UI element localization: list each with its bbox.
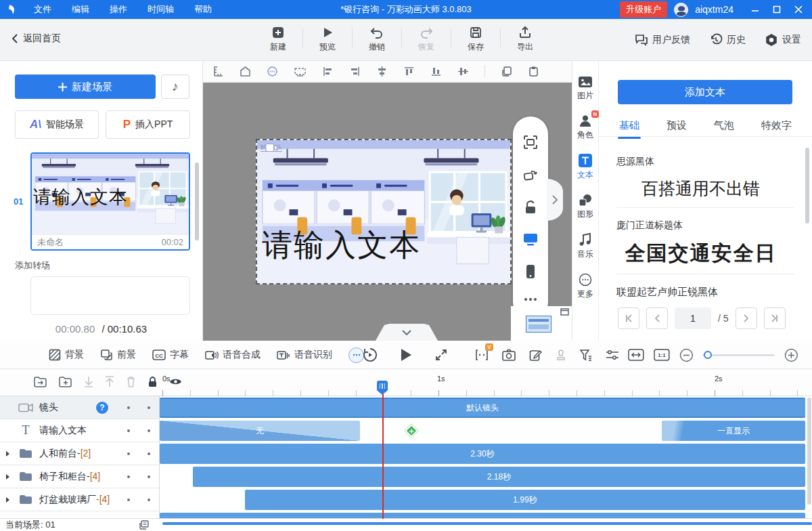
edit-note-button[interactable] [529, 349, 542, 362]
stage-text-element[interactable]: 请输入文本 [262, 225, 421, 266]
tab-music[interactable]: 音乐 [577, 233, 593, 260]
replay-button[interactable] [363, 347, 378, 362]
move-up-icon[interactable] [105, 376, 114, 387]
canvas-size-icon[interactable] [294, 66, 307, 77]
tts-button[interactable]: 语音合成 [205, 349, 261, 361]
smart-scene-button[interactable]: A\ 智能场景 [15, 110, 99, 139]
align-vcenter-icon[interactable] [457, 66, 469, 77]
track-lock-toggle[interactable] [127, 452, 130, 455]
asr-button[interactable]: 语音识别 [277, 349, 332, 361]
history-button[interactable]: 历史 [709, 33, 746, 47]
track-visibility-toggle[interactable] [148, 452, 150, 455]
timeline-ruler[interactable]: 0s 1s 2s [160, 369, 812, 396]
align-hcenter-icon[interactable] [376, 66, 388, 77]
align-top-icon[interactable] [403, 66, 415, 77]
zoom-slider[interactable] [702, 354, 775, 356]
add-transition-label[interactable]: 添加转场 [15, 259, 50, 272]
actual-size-button[interactable]: 1:1 [654, 349, 670, 361]
landscape-mode-icon[interactable] [522, 232, 539, 246]
element-clip-partial[interactable] [160, 513, 805, 518]
save-button[interactable]: 保存 [453, 23, 498, 53]
scene-thumbnail[interactable]: 请输入文本 未命名 00:02 [30, 152, 190, 251]
track-visibility-toggle[interactable] [148, 498, 150, 501]
export-button[interactable]: 导出 [503, 23, 547, 53]
portrait-mode-icon[interactable] [526, 264, 535, 279]
last-page-button[interactable] [764, 307, 786, 329]
canvas-area[interactable]: 默认镜头 请输入文本 [203, 83, 572, 341]
track-lock-toggle[interactable] [127, 498, 130, 501]
zoom-in-button[interactable] [784, 348, 798, 362]
minimap-panel[interactable] [511, 306, 572, 341]
fullscreen-button[interactable] [434, 348, 448, 362]
minimap-viewport[interactable] [526, 316, 551, 333]
expand-panel-tab[interactable] [547, 179, 563, 221]
fit-width-button[interactable] [628, 349, 644, 361]
move-down-icon[interactable] [84, 376, 93, 387]
menu-action[interactable]: 操作 [110, 3, 127, 16]
align-bottom-icon[interactable] [430, 66, 442, 77]
upgrade-account-button[interactable]: 升级账户 [620, 1, 667, 18]
adjust-sliders-button[interactable] [606, 349, 619, 360]
menu-help[interactable]: 帮助 [194, 3, 212, 16]
tab-shape[interactable]: 图形 [577, 194, 593, 220]
filter-button[interactable] [580, 349, 592, 362]
scene-panel-scrollbar[interactable] [195, 163, 199, 240]
tab-more[interactable]: 更多 [577, 273, 593, 300]
prev-page-button[interactable] [646, 307, 668, 329]
collapse-timeline-tab[interactable] [376, 324, 438, 341]
fit-view-icon[interactable] [523, 135, 538, 150]
track-visibility-toggle[interactable] [148, 429, 150, 432]
menu-timeline[interactable]: 时间轴 [148, 3, 174, 16]
add-keyframe-button[interactable]: + [405, 424, 418, 438]
zoom-slider-knob[interactable] [704, 351, 712, 359]
preview-button[interactable]: 预览 [305, 23, 350, 53]
ruler-icon[interactable] [212, 66, 224, 77]
next-page-button[interactable] [736, 307, 757, 329]
voice-sync-button[interactable]: V [475, 349, 489, 361]
text-enter-effect-clip[interactable]: 无 [160, 421, 360, 441]
duplicate-scene-icon[interactable] [139, 520, 149, 530]
background-button[interactable]: 背景 [49, 349, 84, 361]
menu-file[interactable]: 文件 [34, 3, 51, 16]
first-page-button[interactable] [618, 307, 639, 329]
media-more-button[interactable] [348, 347, 364, 363]
camera-clip[interactable]: 默认镜头 [160, 398, 805, 418]
more-options-icon[interactable] [267, 66, 278, 77]
expand-caret-icon[interactable] [3, 473, 12, 480]
scene-music-button[interactable]: ♪ [161, 75, 189, 99]
track-group[interactable]: 人和前台-[2] [0, 442, 159, 465]
user-avatar[interactable] [674, 3, 688, 17]
redo-button[interactable]: 恢复 [404, 23, 449, 53]
home-icon[interactable] [240, 66, 251, 77]
tab-image[interactable]: 图片 [577, 76, 593, 102]
track-group[interactable]: 椅子和柜台-[4] [0, 465, 159, 488]
element-clip[interactable]: 1.99秒 [245, 490, 805, 510]
track-group[interactable]: 灯盆栽玻璃厂-[4] [0, 488, 159, 511]
play-button[interactable] [399, 347, 413, 362]
user-feedback-button[interactable]: 用户反馈 [635, 34, 690, 46]
element-clip[interactable]: 2.18秒 [193, 467, 805, 487]
delete-icon[interactable] [126, 376, 136, 387]
track-lock-toggle[interactable] [127, 429, 130, 432]
text-exit-effect-clip[interactable]: 一直显示 [662, 421, 805, 441]
snapshot-button[interactable] [502, 349, 516, 361]
text-panel-scrollbar[interactable] [805, 148, 809, 224]
tab-character[interactable]: N 角色 [577, 114, 593, 141]
insert-ppt-button[interactable]: P 插入PPT [106, 110, 190, 139]
add-group-icon[interactable] [59, 377, 72, 387]
move-into-group-icon[interactable] [34, 377, 47, 387]
maximize-button[interactable] [767, 2, 786, 17]
track-visibility-toggle[interactable] [148, 475, 150, 478]
track-camera[interactable]: 镜头 ? [0, 396, 159, 419]
expand-caret-icon[interactable] [3, 496, 12, 503]
new-scene-button[interactable]: 新建场景 [15, 75, 156, 99]
unlock-icon[interactable] [524, 200, 537, 215]
scene-name[interactable]: 未命名 [37, 236, 64, 249]
menu-edit[interactable]: 编辑 [72, 3, 89, 16]
settings-button[interactable]: 设置 [765, 33, 801, 47]
element-clip[interactable]: 2.30秒 [160, 444, 805, 464]
align-left-icon[interactable] [322, 66, 334, 77]
window-icon[interactable] [560, 308, 569, 316]
add-text-button[interactable]: 添加文本 [618, 80, 792, 104]
minimize-button[interactable] [746, 2, 765, 17]
